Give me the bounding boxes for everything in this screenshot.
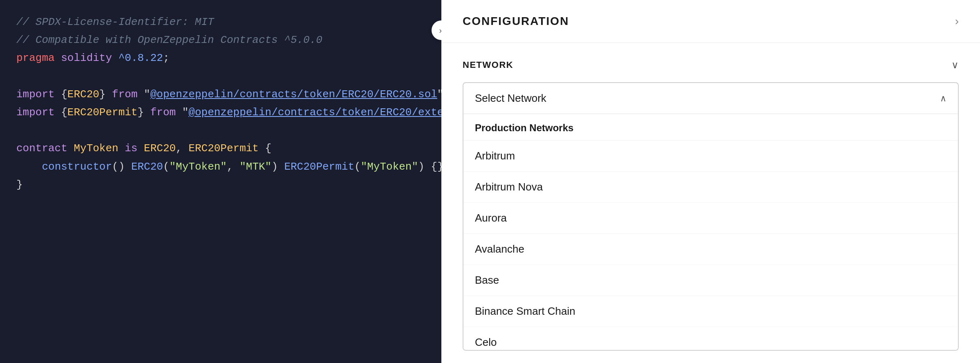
production-networks-group-header: Production Networks bbox=[463, 114, 958, 141]
network-option-binance-smart-chain[interactable]: Binance Smart Chain bbox=[463, 296, 958, 327]
config-panel: CONFIGURATION › NETWORK ∨ Select Network… bbox=[441, 0, 980, 363]
network-option-aurora[interactable]: Aurora bbox=[463, 203, 958, 234]
network-collapse-icon[interactable]: ∨ bbox=[951, 59, 959, 71]
network-select-header[interactable]: Select Network ∧ bbox=[463, 82, 959, 114]
network-section: NETWORK ∨ Select Network ∧ Production Ne… bbox=[441, 43, 980, 363]
network-label: NETWORK bbox=[463, 60, 513, 70]
network-option-arbitrum-nova[interactable]: Arbitrum Nova bbox=[463, 172, 958, 203]
collapse-button[interactable]: » bbox=[432, 20, 441, 40]
code-line-8: contract MyToken is ERC20, ERC20Permit { bbox=[16, 139, 425, 157]
code-line-6: import {ERC20Permit} from "@openzeppelin… bbox=[16, 103, 425, 121]
network-select-placeholder: Select Network bbox=[475, 92, 546, 105]
network-select-container: Select Network ∧ Production Networks Arb… bbox=[463, 82, 959, 351]
network-header: NETWORK ∨ bbox=[463, 59, 959, 71]
network-option-base[interactable]: Base bbox=[463, 265, 958, 296]
network-option-arbitrum[interactable]: Arbitrum bbox=[463, 141, 958, 172]
select-chevron-up-icon: ∧ bbox=[940, 93, 946, 104]
config-title: CONFIGURATION bbox=[463, 15, 569, 28]
network-dropdown-list[interactable]: Production Networks Arbitrum Arbitrum No… bbox=[463, 114, 959, 351]
code-line-2: // Compatible with OpenZeppelin Contract… bbox=[16, 31, 425, 49]
code-editor: // SPDX-License-Identifier: MIT // Compa… bbox=[0, 0, 441, 363]
code-line-10: } bbox=[16, 176, 425, 194]
code-line-9: constructor() ERC20("MyToken", "MTK") ER… bbox=[16, 158, 425, 176]
code-line-3: pragma solidity ^0.8.22; bbox=[16, 49, 425, 67]
code-line-4 bbox=[16, 67, 425, 85]
code-line-5: import {ERC20} from "@openzeppelin/contr… bbox=[16, 85, 425, 103]
network-option-celo[interactable]: Celo bbox=[463, 327, 958, 351]
config-header: CONFIGURATION › bbox=[441, 0, 980, 43]
network-option-avalanche[interactable]: Avalanche bbox=[463, 234, 958, 265]
code-line-7 bbox=[16, 121, 425, 139]
code-line-1: // SPDX-License-Identifier: MIT bbox=[16, 13, 425, 31]
config-expand-icon[interactable]: › bbox=[955, 15, 959, 28]
